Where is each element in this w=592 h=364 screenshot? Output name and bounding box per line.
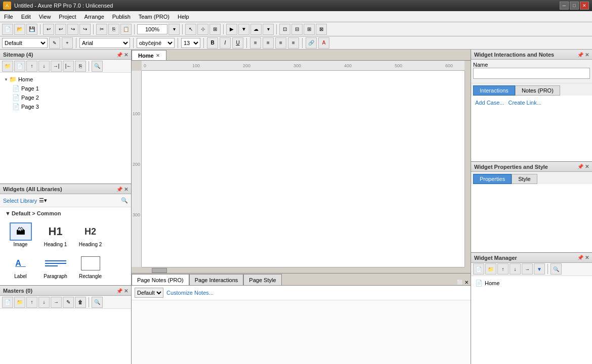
properties-close-icon[interactable]: ✕	[585, 164, 589, 169]
zoom-input[interactable]	[137, 24, 167, 34]
open-button[interactable]: 📂	[14, 24, 25, 35]
more-tool1[interactable]: ⊡	[279, 24, 290, 35]
italic-button[interactable]: I	[220, 37, 231, 49]
publish-button[interactable]: ☁	[250, 24, 262, 35]
masters-down-btn[interactable]: ↓	[38, 297, 50, 308]
library-menu-icon[interactable]: ☰▾	[39, 197, 47, 204]
undo2-button[interactable]: ↩	[55, 24, 66, 35]
masters-send-btn[interactable]: →	[51, 297, 62, 308]
align-center[interactable]: ≡	[263, 37, 274, 49]
horizontal-scrollbar-thumb[interactable]	[152, 268, 167, 273]
sitemap-add-folder[interactable]: 📁	[2, 61, 13, 72]
masters-delete-btn[interactable]: 🗑	[75, 297, 86, 308]
widget-image[interactable]: Image	[4, 219, 37, 249]
tab-notes-pro[interactable]: Notes (PRO)	[515, 85, 560, 96]
align-justify[interactable]: ≡	[288, 37, 299, 49]
tab-page-interactions[interactable]: Page Interactions	[189, 274, 244, 285]
weight-dropdown[interactable]: obyčejné	[137, 38, 175, 48]
notes-default-select[interactable]: Default	[135, 288, 163, 298]
menu-publish[interactable]: Publish	[108, 11, 135, 22]
widget-rectangle[interactable]: Rectangle	[74, 251, 107, 281]
sitemap-page1-item[interactable]: 📄 Page 1	[0, 84, 131, 93]
horizontal-scrollbar[interactable]	[142, 267, 464, 273]
style-dropdown[interactable]: Default	[2, 38, 48, 48]
masters-close-icon[interactable]: ✕	[124, 288, 128, 294]
connection-tool[interactable]: ⊹	[197, 24, 208, 35]
sitemap-duplicate[interactable]: ⎘	[75, 61, 86, 72]
masters-edit-btn[interactable]: ✎	[63, 297, 74, 308]
canvas-workspace[interactable]	[142, 71, 464, 267]
bold-button[interactable]: B	[207, 37, 218, 49]
wm-add-btn[interactable]: 📄	[473, 263, 484, 275]
masters-pin-icon[interactable]: 📌	[116, 288, 122, 294]
select-tool[interactable]: ↖	[185, 24, 196, 35]
properties-pin-icon[interactable]: 📌	[577, 164, 583, 169]
create-link[interactable]: Create Link...	[508, 100, 541, 106]
add-case-link[interactable]: Add Case...	[475, 100, 504, 106]
widget-label[interactable]: A_ Label	[4, 251, 37, 281]
tab-interactions[interactable]: Interactions	[473, 85, 515, 96]
font-dropdown[interactable]: Arial	[79, 38, 130, 48]
zoom-dropdown[interactable]: ▾	[168, 24, 180, 35]
wm-close-icon[interactable]: ✕	[585, 255, 589, 260]
wm-folder-btn[interactable]: 📁	[485, 263, 496, 275]
align-left[interactable]: ≡	[250, 37, 261, 49]
sitemap-search[interactable]: 🔍	[92, 61, 103, 72]
widgets-search-icon[interactable]: 🔍	[121, 197, 128, 204]
wm-search-btn[interactable]: 🔍	[551, 263, 562, 275]
wm-send-btn[interactable]: →	[522, 263, 533, 275]
bottom-maximize-icon[interactable]: ⬜	[457, 280, 463, 285]
size-dropdown[interactable]: 13	[181, 38, 200, 48]
wm-home-item[interactable]: 📄 Home	[473, 278, 590, 288]
widget-heading2[interactable]: H2 Heading 2	[74, 219, 107, 249]
wm-pin-icon[interactable]: 📌	[577, 255, 583, 260]
interactions-pin-icon[interactable]: 📌	[577, 52, 583, 58]
preview-button[interactable]: ▶	[226, 24, 237, 35]
color-button[interactable]: A	[318, 37, 329, 49]
menu-view[interactable]: View	[35, 11, 55, 22]
tab-page-notes[interactable]: Page Notes (PRO)	[132, 274, 189, 285]
canvas-tab-close-icon[interactable]: ✕	[156, 53, 160, 58]
cut-button[interactable]: ✂	[96, 24, 107, 35]
wm-up-btn[interactable]: ↑	[497, 263, 509, 275]
redo2-button[interactable]: ↪	[79, 24, 91, 35]
close-button[interactable]: ✕	[580, 2, 589, 10]
bottom-close-icon[interactable]: ✕	[464, 280, 469, 285]
align-right[interactable]: ≡	[275, 37, 286, 49]
tab-style[interactable]: Style	[512, 174, 537, 184]
crop-tool[interactable]: ⊞	[209, 24, 221, 35]
paste-button[interactable]: 📋	[120, 24, 132, 35]
tab-page-style[interactable]: Page Style	[243, 274, 281, 285]
menu-help[interactable]: Help	[174, 11, 193, 22]
notes-area[interactable]	[132, 300, 471, 364]
vertical-scrollbar[interactable]	[464, 71, 471, 267]
underline-button[interactable]: U	[232, 37, 243, 49]
canvas-area[interactable]: 0 100 200 300 400 500 600 100 200 300	[132, 61, 471, 273]
widgets-pin-icon[interactable]: 📌	[116, 187, 122, 192]
preview-options[interactable]: ▼	[238, 24, 249, 35]
canvas-tab-home[interactable]: Home ✕	[132, 50, 166, 60]
style-add-btn[interactable]: +	[62, 37, 73, 49]
interactions-close-icon[interactable]: ✕	[585, 52, 589, 58]
menu-edit[interactable]: Edit	[17, 11, 35, 22]
tab-properties[interactable]: Properties	[473, 174, 512, 184]
sitemap-page3-item[interactable]: 📄 Page 3	[0, 102, 131, 111]
publish-dropdown[interactable]: ▾	[263, 24, 274, 35]
redo-button[interactable]: ↪	[67, 24, 78, 35]
new-button[interactable]: 📄	[2, 24, 13, 35]
widget-heading1[interactable]: H1 Heading 1	[39, 219, 72, 249]
save-button[interactable]: 💾	[26, 24, 37, 35]
link-button[interactable]: 🔗	[306, 37, 317, 49]
customize-notes-link[interactable]: Customize Notes...	[166, 290, 214, 296]
masters-add-btn[interactable]: 📄	[2, 297, 13, 308]
menu-file[interactable]: File	[0, 11, 17, 22]
minimize-button[interactable]: ─	[560, 2, 569, 10]
sitemap-close-icon[interactable]: ✕	[124, 52, 128, 58]
more-tool4[interactable]: ⊠	[316, 24, 327, 35]
sitemap-outdent[interactable]: |←	[63, 61, 74, 72]
more-tool2[interactable]: ⊟	[291, 24, 303, 35]
more-tool3[interactable]: ⊞	[304, 24, 315, 35]
sitemap-page2-item[interactable]: 📄 Page 2	[0, 93, 131, 102]
widget-paragraph[interactable]: Paragraph	[39, 251, 72, 281]
masters-search-btn[interactable]: 🔍	[92, 297, 103, 308]
